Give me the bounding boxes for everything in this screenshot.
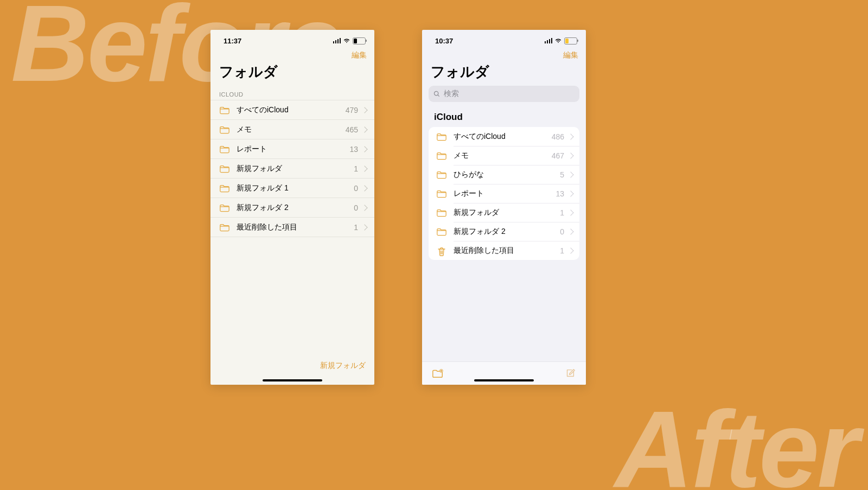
folder-icon <box>219 106 230 114</box>
folder-list: すべてのiCloud479メモ465レポート13新規フォルダ1新規フォルダ 10… <box>210 100 374 237</box>
after-label: After <box>615 395 857 490</box>
wifi-icon <box>554 37 562 44</box>
new-folder-button[interactable]: 新規フォルダ <box>320 361 366 371</box>
folder-icon <box>436 151 447 160</box>
folder-row[interactable]: 最近削除した項目1 <box>210 217 374 237</box>
folder-name: レポート <box>454 189 556 199</box>
chevron-right-icon <box>567 152 573 158</box>
search-icon <box>433 90 441 98</box>
folder-row[interactable]: 新規フォルダ1 <box>429 203 579 222</box>
svg-line-1 <box>438 95 439 96</box>
folder-icon <box>219 184 230 193</box>
page-title: フォルダ <box>210 62 374 85</box>
chevron-right-icon <box>361 126 367 132</box>
chevron-right-icon <box>567 190 573 196</box>
folder-row[interactable]: レポート13 <box>429 184 579 203</box>
folder-icon <box>436 170 447 179</box>
folder-count: 1 <box>354 223 358 232</box>
search-input[interactable]: 検索 <box>429 86 579 102</box>
chevron-right-icon <box>567 171 573 177</box>
chevron-right-icon <box>567 209 573 215</box>
section-header: iCloud <box>422 107 586 127</box>
folder-name: メモ <box>237 125 346 135</box>
folder-count: 1 <box>560 246 564 255</box>
folder-icon <box>219 223 230 232</box>
folder-name: 新規フォルダ 2 <box>454 227 560 237</box>
folder-name: 新規フォルダ <box>237 164 354 174</box>
chevron-right-icon <box>361 185 367 191</box>
battery-icon <box>564 37 577 44</box>
folder-name: 最近削除した項目 <box>237 222 354 232</box>
chevron-right-icon <box>361 146 367 152</box>
folder-name: すべてのiCloud <box>454 132 552 142</box>
compose-icon[interactable] <box>564 368 576 379</box>
trash-icon <box>436 246 447 255</box>
folder-row[interactable]: 新規フォルダ 20 <box>429 222 579 241</box>
chevron-right-icon <box>361 166 367 171</box>
folder-icon <box>219 164 230 173</box>
chevron-right-icon <box>567 247 573 253</box>
folder-row[interactable]: ひらがな5 <box>429 165 579 184</box>
folder-count: 5 <box>560 170 564 179</box>
cellular-icon <box>545 38 553 43</box>
folder-icon <box>436 227 447 236</box>
phone-after: 10:37 編集 フォルダ 検索 iCloud すべてのiCloud486メモ4… <box>422 30 586 385</box>
phone-before: 11:37 編集 フォルダ ICLOUD すべてのiCloud479メモ465レ… <box>210 30 374 385</box>
wifi-icon <box>343 37 350 44</box>
chevron-right-icon <box>567 133 573 139</box>
chevron-right-icon <box>361 224 367 230</box>
folder-row[interactable]: 新規フォルダ 10 <box>210 178 374 198</box>
folder-name: すべてのiCloud <box>237 105 346 115</box>
folder-icon <box>219 145 230 154</box>
folder-row[interactable]: 新規フォルダ1 <box>210 158 374 178</box>
folder-name: メモ <box>454 151 552 161</box>
status-bar: 11:37 <box>210 30 374 49</box>
folder-name: レポート <box>237 144 349 154</box>
status-time: 11:37 <box>224 37 241 45</box>
edit-button[interactable]: 編集 <box>352 50 367 60</box>
edit-button[interactable]: 編集 <box>563 50 578 60</box>
folder-count: 465 <box>346 125 358 134</box>
battery-icon <box>353 37 366 44</box>
folder-row[interactable]: メモ467 <box>429 146 579 165</box>
home-indicator[interactable] <box>474 379 534 381</box>
folder-row[interactable]: メモ465 <box>210 119 374 139</box>
page-title: フォルダ <box>422 62 586 85</box>
folder-count: 0 <box>354 184 358 193</box>
folder-count: 479 <box>346 106 358 114</box>
folder-icon <box>436 132 447 141</box>
home-indicator[interactable] <box>263 379 322 381</box>
folder-name: 新規フォルダ 2 <box>237 203 354 213</box>
folder-count: 1 <box>354 164 358 173</box>
chevron-right-icon <box>567 228 573 234</box>
chevron-right-icon <box>361 205 367 211</box>
folder-count: 486 <box>552 132 564 141</box>
folder-count: 0 <box>560 227 564 236</box>
folder-count: 0 <box>354 203 358 212</box>
new-folder-icon[interactable] <box>432 368 444 379</box>
chevron-right-icon <box>361 107 367 113</box>
folder-name: 新規フォルダ <box>454 208 560 218</box>
status-bar: 10:37 <box>422 30 586 49</box>
folder-row[interactable]: すべてのiCloud479 <box>210 100 374 119</box>
folder-count: 467 <box>552 151 564 160</box>
folder-list: すべてのiCloud486メモ467ひらがな5レポート13新規フォルダ1新規フォ… <box>429 127 579 260</box>
folder-row[interactable]: 新規フォルダ 20 <box>210 198 374 217</box>
section-header: ICLOUD <box>210 85 374 100</box>
folder-count: 13 <box>556 189 564 198</box>
folder-icon <box>219 125 230 134</box>
folder-icon <box>436 208 447 217</box>
folder-name: 最近削除した項目 <box>454 246 560 256</box>
folder-icon <box>219 203 230 212</box>
cellular-icon <box>333 38 341 43</box>
status-time: 10:37 <box>435 37 453 45</box>
folder-row[interactable]: レポート13 <box>210 139 374 158</box>
folder-count: 1 <box>560 208 564 217</box>
folder-name: ひらがな <box>454 170 560 180</box>
folder-name: 新規フォルダ 1 <box>237 183 354 193</box>
search-placeholder: 検索 <box>444 89 459 99</box>
folder-count: 13 <box>349 145 358 154</box>
folder-row[interactable]: すべてのiCloud486 <box>429 127 579 146</box>
folder-row[interactable]: 最近削除した項目1 <box>429 241 579 260</box>
folder-icon <box>436 189 447 198</box>
